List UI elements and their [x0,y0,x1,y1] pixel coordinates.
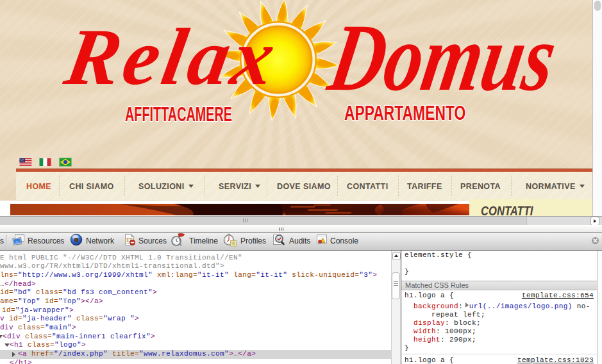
svg-text:%: % [231,241,235,245]
svg-text:Domus: Domus [321,4,564,111]
svg-text:AFFITTACAMERE: AFFITTACAMERE [125,103,232,126]
svg-text:Relax: Relax [58,12,281,101]
svg-text:APPARTAMENTO: APPARTAMENTO [344,101,465,124]
